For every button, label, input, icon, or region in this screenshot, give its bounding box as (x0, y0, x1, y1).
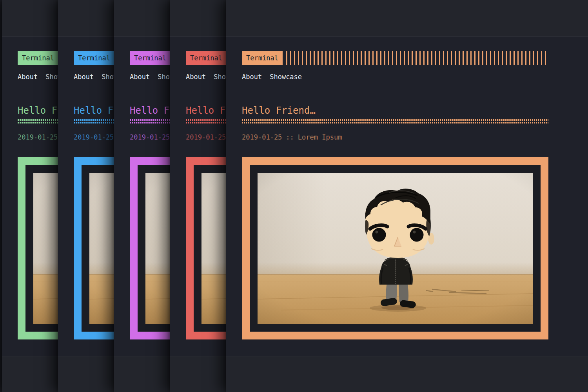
nav-link-showcase[interactable]: Showcase (270, 73, 302, 81)
terminal-logo-badge[interactable]: Terminal (130, 51, 171, 65)
post-meta: 2019-01-25 :: Lorem Ipsum (242, 133, 342, 142)
terminal-logo-badge[interactable]: Terminal (74, 51, 114, 65)
photo-vignette (258, 173, 533, 324)
top-divider-line (226, 36, 588, 36)
post-title[interactable]: Hello Friend… (242, 105, 316, 116)
post-image-frame (242, 157, 548, 339)
bottom-divider-line (226, 356, 588, 356)
terminal-logo-badge[interactable]: Terminal (242, 51, 283, 65)
theme-showcase: Terminal About Showcase Hello Friend… 20… (0, 0, 588, 392)
site-container: Terminal About Showcase Hello Friend… 20… (242, 0, 548, 392)
post-meta-separator: :: (286, 133, 294, 142)
post-date: 2019-01-25 (130, 133, 170, 142)
funko-figure-illustration (258, 173, 533, 324)
site-nav: About Showcase (242, 73, 302, 81)
post-image-frame-inner (250, 165, 541, 332)
post-category: Lorem Ipsum (298, 133, 342, 142)
funko-figure-photo (258, 173, 533, 324)
post-date: 2019-01-25 (18, 133, 58, 142)
nav-link-about[interactable]: About (242, 73, 262, 81)
nav-link-about[interactable]: About (186, 73, 206, 81)
post-date: 2019-01-25 (74, 133, 114, 142)
nav-link-about[interactable]: About (74, 73, 94, 81)
logo-bars-decoration (286, 51, 548, 65)
nav-link-about[interactable]: About (130, 73, 150, 81)
nav-link-about[interactable]: About (18, 73, 38, 81)
post-date: 2019-01-25 (186, 133, 226, 142)
post-title-divider (242, 119, 548, 123)
terminal-logo-badge[interactable]: Terminal (186, 51, 227, 65)
post-date: 2019-01-25 (242, 133, 282, 142)
terminal-logo-badge[interactable]: Terminal (18, 51, 58, 65)
terminal-theme-panel-orange: Terminal About Showcase Hello Friend… 20… (226, 0, 588, 392)
